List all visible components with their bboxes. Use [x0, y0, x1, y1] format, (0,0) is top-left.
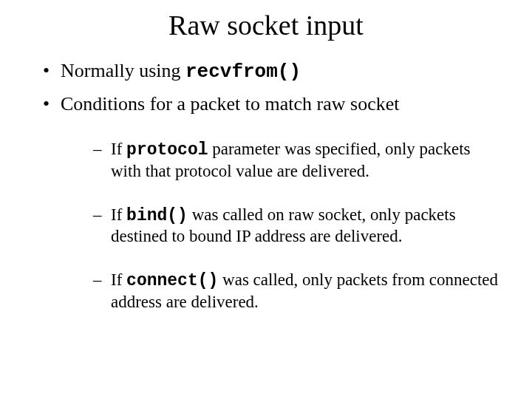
- bullet-2-text: Conditions for a packet to match raw soc…: [61, 93, 399, 115]
- sub-bullet-3: If connect() was called, only packets fr…: [93, 270, 502, 313]
- sub-2-code: bind(): [126, 206, 188, 225]
- sub-1-code: protocol: [126, 140, 208, 160]
- slide-title: Raw socket input: [30, 9, 502, 41]
- bullet-2: Conditions for a packet to match raw soc…: [43, 91, 502, 313]
- sub-bullet-1: If protocol parameter was specified, onl…: [93, 139, 502, 183]
- sub-3-text-a: If: [111, 270, 126, 289]
- bullet-1-text-a: Normally using: [61, 60, 185, 81]
- sub-3-code: connect(): [126, 271, 218, 290]
- sub-bullet-list: If protocol parameter was specified, onl…: [61, 139, 502, 313]
- sub-1-text-a: If: [111, 140, 126, 158]
- sub-2-text-a: If: [111, 205, 126, 224]
- sub-bullet-2: If bind() was called on raw socket, only…: [93, 205, 502, 248]
- bullet-1-code: recvfrom(): [185, 61, 301, 83]
- bullet-list: Normally using recvfrom() Conditions for…: [30, 58, 502, 313]
- slide: Raw socket input Normally using recvfrom…: [0, 0, 532, 399]
- bullet-1: Normally using recvfrom(): [43, 58, 502, 85]
